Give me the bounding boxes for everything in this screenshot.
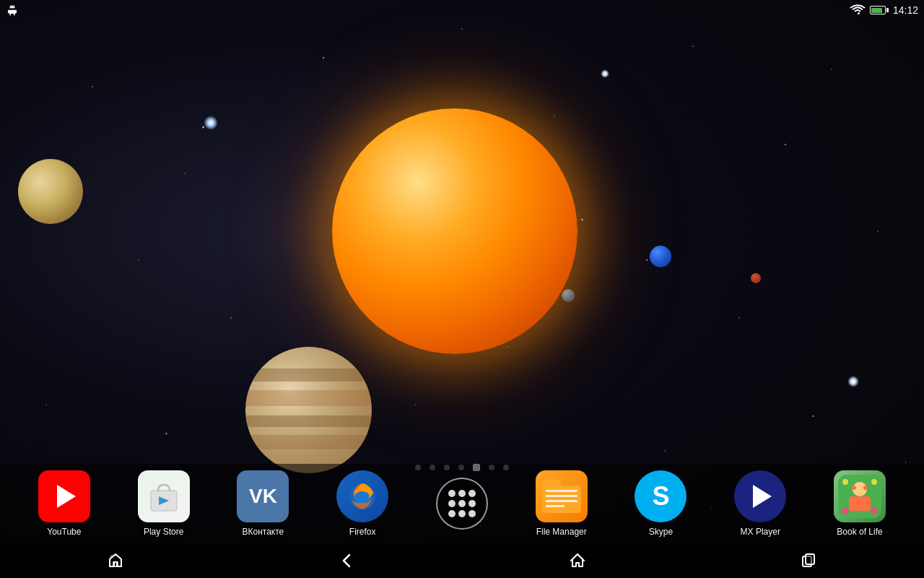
mxplayer-icon bbox=[734, 470, 786, 522]
app-filemanager[interactable]: File Manager bbox=[533, 470, 590, 537]
svg-point-8 bbox=[863, 486, 868, 490]
skype-icon: S bbox=[635, 470, 687, 522]
app-firefox[interactable]: Firefox bbox=[334, 470, 391, 537]
firefox-label: Firefox bbox=[349, 527, 376, 537]
vk-icon: VK bbox=[237, 470, 289, 522]
mxplayer-play-triangle bbox=[753, 485, 772, 508]
allapps-icon bbox=[436, 478, 488, 530]
nav-menu-button[interactable] bbox=[98, 543, 133, 578]
svg-point-11 bbox=[842, 479, 848, 485]
app-mxplayer[interactable]: MX Player bbox=[731, 470, 789, 537]
planet-mars bbox=[751, 273, 761, 283]
playstore-label: Play Store bbox=[144, 527, 183, 537]
battery-icon bbox=[870, 6, 889, 14]
planet-saturn-body bbox=[18, 159, 83, 224]
nav-bar bbox=[0, 543, 924, 578]
app-vk[interactable]: VK ВКонтакте bbox=[234, 470, 292, 537]
app-bookoflife[interactable]: Book of Life bbox=[831, 470, 889, 537]
wifi-icon bbox=[850, 4, 866, 16]
bright-star-1 bbox=[204, 116, 218, 130]
nav-recent-button[interactable] bbox=[791, 543, 826, 578]
playstore-svg bbox=[145, 478, 183, 515]
nav-back-button[interactable] bbox=[329, 543, 364, 578]
firefox-icon bbox=[336, 470, 388, 522]
vk-text: VK bbox=[249, 485, 277, 508]
status-bar: 14:12 bbox=[0, 0, 924, 20]
app-allapps[interactable] bbox=[433, 478, 491, 530]
planet-jupiter bbox=[245, 347, 372, 473]
vk-label: ВКонтакте bbox=[243, 527, 284, 537]
skype-letter: S bbox=[652, 481, 669, 512]
app-youtube[interactable]: YouTube bbox=[35, 470, 93, 537]
android-icon bbox=[6, 4, 19, 17]
svg-point-9 bbox=[842, 507, 849, 514]
app-dock: YouTube Play Store bbox=[0, 464, 924, 543]
filemanager-icon bbox=[536, 470, 588, 522]
svg-point-12 bbox=[871, 479, 877, 485]
svg-rect-16 bbox=[806, 554, 814, 564]
jupiter-band bbox=[245, 368, 372, 381]
app-skype[interactable]: S Skype bbox=[632, 470, 689, 537]
bright-star-2 bbox=[601, 69, 609, 78]
clock: 14:12 bbox=[893, 4, 918, 16]
planet-earth bbox=[650, 246, 671, 267]
svg-point-7 bbox=[852, 486, 856, 490]
allapps-dots bbox=[448, 490, 476, 517]
bookoflife-svg bbox=[838, 475, 881, 518]
back-icon bbox=[336, 551, 357, 571]
playstore-icon bbox=[138, 470, 190, 522]
bookoflife-label: Book of Life bbox=[837, 527, 882, 537]
mxplayer-label: MX Player bbox=[741, 527, 780, 537]
filemanager-label: File Manager bbox=[536, 527, 587, 537]
skype-label: Skype bbox=[649, 527, 673, 537]
recent-icon bbox=[798, 551, 819, 571]
planet-sun bbox=[332, 108, 578, 354]
bookoflife-icon bbox=[834, 470, 886, 522]
folder-shape bbox=[542, 480, 581, 513]
status-left bbox=[6, 4, 19, 17]
jupiter-band bbox=[245, 415, 372, 427]
youtube-label: YouTube bbox=[47, 527, 81, 537]
jupiter-band bbox=[245, 390, 372, 406]
planet-moon bbox=[562, 289, 575, 302]
youtube-icon bbox=[38, 470, 90, 522]
status-right: 14:12 bbox=[850, 4, 918, 16]
app-playstore[interactable]: Play Store bbox=[135, 470, 193, 537]
svg-rect-6 bbox=[849, 496, 871, 511]
home-icon bbox=[567, 551, 588, 571]
menu-icon bbox=[105, 551, 126, 571]
jupiter-band bbox=[245, 435, 372, 449]
firefox-svg bbox=[343, 477, 382, 516]
planet-saturn bbox=[18, 159, 83, 224]
svg-point-10 bbox=[871, 507, 878, 514]
nav-home-button[interactable] bbox=[560, 543, 595, 578]
